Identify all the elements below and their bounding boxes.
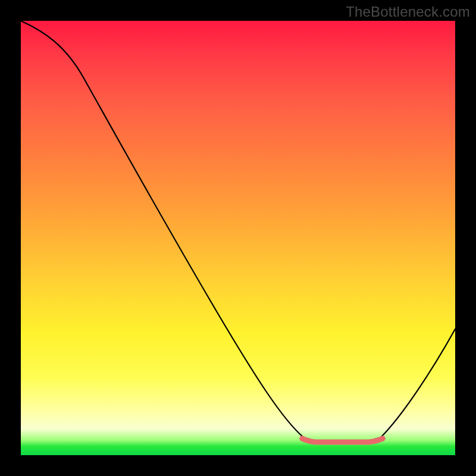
plot-background	[21, 21, 455, 455]
chart-frame: TheBottleneck.com	[0, 0, 476, 476]
watermark-text: TheBottleneck.com	[346, 4, 470, 20]
